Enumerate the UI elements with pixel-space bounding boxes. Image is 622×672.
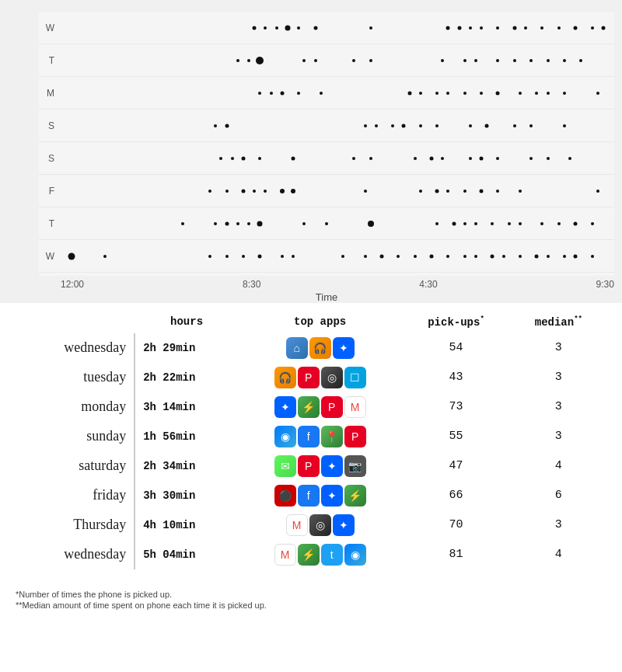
- th-apps: top apps: [239, 311, 401, 333]
- median-cell: 6: [511, 481, 606, 510]
- app-icon-maps: 📍: [321, 426, 343, 447]
- dot-area-s1: [61, 110, 614, 141]
- footnote-1: *Number of times the phone is picked up.: [16, 590, 606, 599]
- chart-row-s2: S: [39, 142, 614, 175]
- median-cell: 3: [511, 363, 606, 392]
- app-icon-bolt: ⚡: [344, 485, 366, 507]
- app-icon-gmail: M: [344, 396, 366, 418]
- chart-row-w1: W: [39, 12, 614, 44]
- day-name-cell: wednesday: [16, 540, 135, 569]
- table-section: hours top apps pick-ups* median** wednes…: [0, 303, 622, 585]
- app-icon-home: ⌂: [286, 337, 308, 359]
- pickups-cell: 73: [401, 392, 510, 422]
- app-icon-compass: ◎: [321, 367, 343, 388]
- pickups-cell: 47: [401, 451, 510, 481]
- day-label-s1: S: [39, 120, 61, 131]
- dot-area-t1: [61, 44, 614, 76]
- day-label-t2: T: [39, 218, 61, 229]
- apps-cell: 🎧P◎☐: [239, 363, 401, 392]
- median-cell: 3: [511, 422, 606, 451]
- x-axis-label: Time: [39, 290, 614, 303]
- app-icon-gmail: M: [286, 514, 308, 536]
- apps-cell: ⌂🎧✦: [239, 333, 401, 363]
- app-icon-camera: 📷: [344, 455, 366, 477]
- day-label-w1: W: [39, 23, 61, 33]
- apps-cell: M⚡t◉: [239, 540, 401, 569]
- day-label-f: F: [39, 186, 61, 197]
- pickups-cell: 43: [401, 363, 510, 392]
- chart-grid: W: [39, 12, 614, 276]
- th-hours: hours: [135, 311, 239, 333]
- median-cell: 4: [511, 451, 606, 481]
- day-name-cell: tuesday: [16, 363, 135, 392]
- table-row: Thursday4h 10minM◎✦703: [16, 510, 606, 540]
- hours-cell: 2h 22min: [135, 363, 239, 392]
- day-name-cell: monday: [16, 392, 135, 422]
- app-icon-safari: ◉: [274, 426, 296, 447]
- apps-cell: ◉f📍P: [239, 422, 401, 451]
- median-cell: 3: [511, 333, 606, 363]
- day-label-t1: T: [39, 55, 61, 66]
- app-icon-audible: 🎧: [274, 367, 296, 388]
- hours-cell: 2h 29min: [135, 333, 239, 363]
- app-icon-pokeball: ⚫: [274, 485, 296, 507]
- app-icon-audible: 🎧: [309, 337, 331, 359]
- median-cell: 3: [511, 510, 606, 540]
- pickups-cell: 81: [401, 540, 510, 569]
- app-icon-facebook: f: [298, 485, 320, 507]
- hours-cell: 3h 14min: [135, 392, 239, 422]
- app-icon-compass: ◎: [309, 514, 331, 536]
- app-icon-pinterest: P: [344, 426, 366, 447]
- day-label-w2: W: [39, 251, 61, 262]
- chart-row-s1: S: [39, 110, 614, 142]
- day-name-cell: sunday: [16, 422, 135, 451]
- pickups-cell: 55: [401, 422, 510, 451]
- app-icon-messages: ✉: [274, 455, 296, 477]
- th-pickups: pick-ups*: [401, 311, 510, 333]
- table-row: tuesday2h 22min🎧P◎☐433: [16, 363, 606, 392]
- hours-cell: 3h 30min: [135, 481, 239, 510]
- app-icon-safari: ◉: [344, 544, 366, 566]
- pickups-cell: 70: [401, 510, 510, 540]
- x-tick-430: 4:30: [419, 279, 437, 290]
- dot-area-m: [61, 77, 614, 109]
- median-cell: 3: [511, 392, 606, 422]
- dot-area-w2: [61, 240, 614, 272]
- dot-area-f: [61, 175, 614, 207]
- hours-cell: 1h 56min: [135, 422, 239, 451]
- chart-row-m: M: [39, 77, 614, 110]
- day-name-cell: Thursday: [16, 510, 135, 540]
- app-icon-pinterest: P: [298, 455, 320, 477]
- chart-row-t2: T: [39, 207, 614, 240]
- table-row: saturday2h 34min✉P✦📷474: [16, 451, 606, 481]
- x-tick-830: 8:30: [243, 279, 260, 290]
- chart-section: Day Minutes 10 20 40 60 W: [0, 0, 622, 303]
- dot-area-w1: [61, 12, 614, 44]
- table-row: wednesday2h 29min⌂🎧✦543: [16, 333, 606, 363]
- app-icon-window: ☐: [344, 367, 366, 388]
- app-icon-dropbox: ✦: [321, 455, 343, 477]
- th-day: [16, 311, 135, 333]
- chart-row-f: F: [39, 175, 614, 207]
- chart-row-t1: T: [39, 44, 614, 77]
- chart-row-w2: W: [39, 240, 614, 273]
- pickups-cell: 66: [401, 481, 510, 510]
- dot-area-s2: [61, 142, 614, 174]
- table-header-row: hours top apps pick-ups* median**: [16, 311, 606, 333]
- table-row: wednesday5h 04minM⚡t◉814: [16, 540, 606, 569]
- x-tick-1200: 12:00: [61, 279, 84, 290]
- app-icon-dropbox: ✦: [333, 337, 355, 359]
- day-label-m: M: [39, 88, 61, 99]
- hours-cell: 2h 34min: [135, 451, 239, 481]
- footnotes: *Number of times the phone is picked up.…: [0, 585, 622, 615]
- apps-cell: ✦⚡PM: [239, 392, 401, 422]
- app-icon-twitter: t: [321, 544, 343, 566]
- hours-cell: 4h 10min: [135, 510, 239, 540]
- data-table: hours top apps pick-ups* median** wednes…: [16, 311, 606, 569]
- hours-cell: 5h 04min: [135, 540, 239, 569]
- table-row: sunday1h 56min◉f📍P553: [16, 422, 606, 451]
- app-icon-dropbox: ✦: [274, 396, 296, 418]
- day-name-cell: saturday: [16, 451, 135, 481]
- day-name-cell: friday: [16, 481, 135, 510]
- table-row: friday3h 30min⚫f✦⚡666: [16, 481, 606, 510]
